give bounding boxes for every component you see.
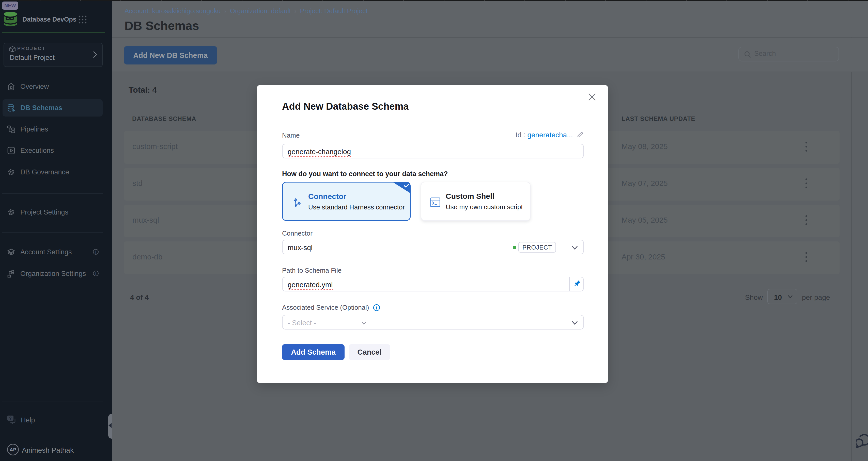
svg-text:?: ?: [9, 416, 12, 420]
